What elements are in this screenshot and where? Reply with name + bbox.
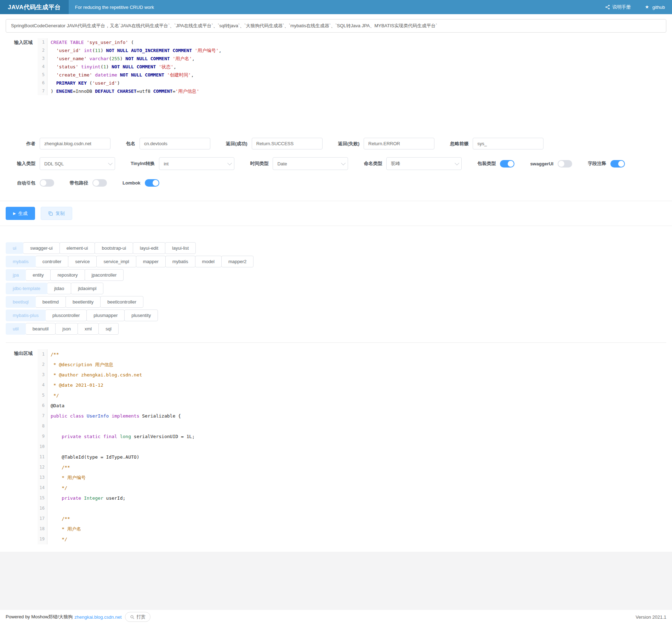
output-tabs: uiswagger-uielement-uibootstrap-uilayui-… bbox=[6, 242, 666, 335]
code-text: * @description 用户信息 bbox=[47, 359, 113, 370]
line-number: 5 bbox=[38, 390, 47, 401]
tab-mybatis-plus-plusentity[interactable]: plusentity bbox=[124, 310, 158, 321]
tab-ui-element-ui[interactable]: element-ui bbox=[59, 242, 95, 254]
toggle-label: 自动引包 bbox=[6, 180, 35, 186]
tab-mybatis-mybatis[interactable]: mybatis bbox=[6, 256, 36, 267]
manual-link[interactable]: 说明手册 bbox=[605, 4, 631, 10]
sql-line: 2 'user_id' int(11) NOT NULL AUTO_INCREM… bbox=[38, 46, 666, 55]
form-row-text-fields: 作者包名返回(成功)返回(失败)忽略前缀 bbox=[6, 138, 672, 149]
tab-mybatis-service[interactable]: service bbox=[68, 256, 97, 267]
sql-line: 1CREATE TABLE 'sys_user_info' ( bbox=[38, 38, 666, 46]
java-line: 11 @TableId(type = IdType.AUTO) bbox=[38, 452, 666, 462]
author-blog-link[interactable]: zhengkai.blog.csdn.net bbox=[74, 614, 121, 620]
field-label: 返回(成功) bbox=[226, 141, 247, 147]
toggle-label: 字段注释 bbox=[588, 160, 606, 167]
tab-ui-swagger-ui[interactable]: swagger-ui bbox=[23, 242, 60, 254]
tab-mybatis-mybatis[interactable]: mybatis bbox=[165, 256, 195, 267]
donate-button[interactable]: 打赏 bbox=[125, 612, 150, 622]
tab-mybatis-plus-mybatis-plus[interactable]: mybatis-plus bbox=[6, 310, 46, 321]
tab-util-json[interactable]: json bbox=[55, 323, 78, 335]
java-output-editor[interactable]: 1/**2 * @description 用户信息3 * @author zhe… bbox=[38, 349, 666, 544]
tab-util-beanutil[interactable]: beanutil bbox=[25, 323, 56, 335]
code-text: * @author zhengkai.blog.csdn.net bbox=[47, 370, 142, 380]
java-line: 18 * 用户名 bbox=[38, 524, 666, 534]
tab-beetlsql-beetlentity[interactable]: beetlentity bbox=[66, 296, 101, 308]
app-tagline: For reducing the repetitive CRUD work bbox=[75, 5, 154, 10]
toggle-带包路径[interactable] bbox=[92, 179, 107, 187]
chevron-down-icon bbox=[341, 161, 346, 165]
toggle-字段注释[interactable] bbox=[610, 160, 625, 168]
tab-mybatis-plus-plusmapper[interactable]: plusmapper bbox=[86, 310, 125, 321]
toggle-包装类型[interactable] bbox=[500, 160, 514, 168]
code-text: 'user_name' varchar(255) NOT NULL COMMEN… bbox=[47, 55, 195, 63]
toggle-自动引包[interactable] bbox=[40, 179, 54, 187]
tab-mybatis-mapper[interactable]: mapper bbox=[136, 256, 166, 267]
chevron-down-icon bbox=[228, 161, 232, 165]
java-line: 1/** bbox=[38, 349, 666, 359]
input-area-label: 输入区域 bbox=[0, 38, 38, 95]
tab-util-xml[interactable]: xml bbox=[78, 323, 99, 335]
tab-ui-bootstrap-ui[interactable]: bootstrap-ui bbox=[95, 242, 133, 254]
toggle-label: 带包路径 bbox=[70, 180, 88, 186]
version-text: Version 2021.1 bbox=[636, 614, 666, 620]
copy-icon bbox=[48, 211, 53, 216]
sql-line: 3 'user_name' varchar(255) NOT NULL COMM… bbox=[38, 55, 666, 63]
chevron-down-icon bbox=[455, 161, 460, 165]
tab-jdbc-template-jtdaoimpl[interactable]: jtdaoimpl bbox=[71, 283, 103, 294]
tab-mybatis-mapper2[interactable]: mapper2 bbox=[221, 256, 254, 267]
input-section: 输入区域 1CREATE TABLE 'sys_user_info' (2 'u… bbox=[0, 38, 666, 95]
tab-mybatis-model[interactable]: model bbox=[195, 256, 222, 267]
tab-jpa-repository[interactable]: repository bbox=[50, 269, 85, 281]
java-line: 5 */ bbox=[38, 390, 666, 401]
tab-ui-layui-edit[interactable]: layui-edit bbox=[133, 242, 165, 254]
tab-mybatis-service_impl[interactable]: service_impl bbox=[96, 256, 136, 267]
tab-jdbc-template-jdbc-template[interactable]: jdbc-template bbox=[6, 283, 47, 294]
tab-jpa-jpacontroller[interactable]: jpacontroller bbox=[85, 269, 124, 281]
tab-row-ui: uiswagger-uielement-uibootstrap-uilayui-… bbox=[6, 242, 666, 254]
line-number: 14 bbox=[38, 483, 47, 493]
tab-jdbc-template-jtdao[interactable]: jtdao bbox=[47, 283, 71, 294]
field-group-忽略前缀: 忽略前缀 bbox=[450, 138, 543, 149]
text-input-作者[interactable] bbox=[40, 138, 110, 149]
select-输入类型[interactable]: DDL SQL bbox=[40, 157, 115, 170]
select-命名类型[interactable]: 驼峰 bbox=[386, 157, 462, 170]
code-text: public class UserInfo implements Seriali… bbox=[47, 411, 181, 421]
sql-line: 5 'create_time' datetime NOT NULL COMMEN… bbox=[38, 71, 666, 79]
toggle-Lombok[interactable] bbox=[145, 179, 159, 187]
field-label: 忽略前缀 bbox=[450, 141, 468, 147]
line-number: 10 bbox=[38, 442, 47, 452]
select-时间类型[interactable]: Date bbox=[273, 157, 348, 170]
github-link-label: github bbox=[653, 5, 665, 10]
tab-mybatis-plus-pluscontroller[interactable]: pluscontroller bbox=[45, 310, 87, 321]
code-text: 'create_time' datetime NOT NULL COMMENT … bbox=[47, 71, 194, 79]
toggle-swaggerUI[interactable] bbox=[558, 160, 572, 168]
tab-jpa-entity[interactable]: entity bbox=[25, 269, 51, 281]
tab-beetlsql-beetlmd[interactable]: beetlmd bbox=[35, 296, 66, 308]
tab-ui-ui[interactable]: ui bbox=[6, 242, 23, 254]
select-value: Date bbox=[277, 161, 287, 166]
sql-input-editor[interactable]: 1CREATE TABLE 'sys_user_info' (2 'user_i… bbox=[38, 38, 666, 95]
tab-beetlsql-beetlsql[interactable]: beetlsql bbox=[6, 296, 36, 308]
text-input-返回(失败)[interactable] bbox=[364, 138, 434, 149]
copy-button[interactable]: 复制 bbox=[41, 207, 72, 220]
line-number: 11 bbox=[38, 452, 47, 462]
code-text: @TableId(type = IdType.AUTO) bbox=[47, 452, 139, 462]
tab-util-util[interactable]: util bbox=[6, 323, 26, 335]
line-number: 17 bbox=[38, 514, 47, 524]
tab-util-sql[interactable]: sql bbox=[98, 323, 119, 335]
code-text: /** bbox=[47, 462, 70, 472]
text-input-包名[interactable] bbox=[139, 138, 210, 149]
field-label: TinyInt转换 bbox=[131, 160, 155, 167]
field-label: 命名类型 bbox=[364, 160, 382, 167]
text-input-返回(成功)[interactable] bbox=[252, 138, 323, 149]
github-link[interactable]: ★ github bbox=[645, 5, 665, 10]
generate-button[interactable]: ▶ 生成 bbox=[6, 207, 35, 220]
tab-beetlsql-beetlcontroller[interactable]: beetlcontroller bbox=[100, 296, 143, 308]
select-TinyInt转换[interactable]: int bbox=[159, 157, 234, 170]
tab-jpa-jpa[interactable]: jpa bbox=[6, 269, 26, 281]
line-number: 15 bbox=[38, 493, 47, 503]
tab-mybatis-controller[interactable]: controller bbox=[35, 256, 68, 267]
text-input-忽略前缀[interactable] bbox=[473, 138, 543, 149]
tab-ui-layui-list[interactable]: layui-list bbox=[165, 242, 196, 254]
java-line: 2 * @description 用户信息 bbox=[38, 359, 666, 370]
